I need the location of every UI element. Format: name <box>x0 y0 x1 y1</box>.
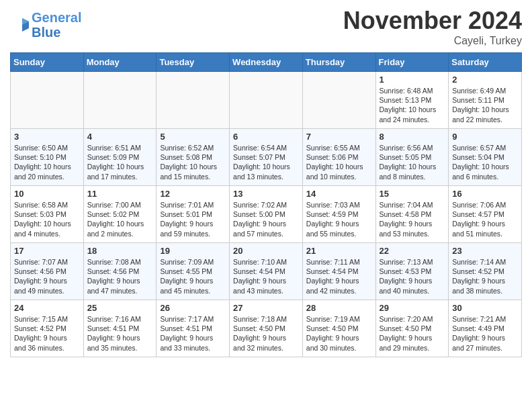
day-info: Sunrise: 7:07 AM Sunset: 4:56 PM Dayligh… <box>14 257 80 295</box>
calendar-title: November 2024 <box>343 7 522 35</box>
day-number: 20 <box>233 246 299 256</box>
day-number: 15 <box>380 189 445 199</box>
day-info: Sunrise: 7:04 AM Sunset: 4:58 PM Dayligh… <box>380 200 445 238</box>
day-number: 29 <box>380 303 445 313</box>
calendar-cell: 3Sunrise: 6:50 AM Sunset: 5:10 PM Daylig… <box>11 129 84 186</box>
day-number: 17 <box>14 246 80 256</box>
calendar-cell: 24Sunrise: 7:15 AM Sunset: 4:52 PM Dayli… <box>11 300 84 357</box>
day-number: 30 <box>452 303 518 313</box>
logo-line1: General <box>32 10 81 25</box>
day-number: 26 <box>160 303 226 313</box>
day-number: 19 <box>160 246 226 256</box>
day-number: 24 <box>14 303 80 313</box>
calendar-cell: 28Sunrise: 7:19 AM Sunset: 4:50 PM Dayli… <box>302 300 375 357</box>
calendar-cell: 4Sunrise: 6:51 AM Sunset: 5:09 PM Daylig… <box>83 129 157 186</box>
day-info: Sunrise: 7:11 AM Sunset: 4:54 PM Dayligh… <box>306 257 372 295</box>
day-number: 14 <box>306 189 372 199</box>
day-number: 7 <box>306 132 372 142</box>
day-info: Sunrise: 7:16 AM Sunset: 4:51 PM Dayligh… <box>87 314 153 353</box>
calendar-cell: 15Sunrise: 7:04 AM Sunset: 4:58 PM Dayli… <box>375 186 449 243</box>
day-info: Sunrise: 6:54 AM Sunset: 5:07 PM Dayligh… <box>233 143 299 181</box>
calendar-week-row: 1Sunrise: 6:48 AM Sunset: 5:13 PM Daylig… <box>11 72 522 129</box>
calendar-cell: 7Sunrise: 6:55 AM Sunset: 5:06 PM Daylig… <box>302 129 375 186</box>
weekday-header-wednesday: Wednesday <box>230 53 303 72</box>
day-info: Sunrise: 6:50 AM Sunset: 5:10 PM Dayligh… <box>14 143 80 181</box>
day-info: Sunrise: 6:51 AM Sunset: 5:09 PM Dayligh… <box>87 143 153 181</box>
weekday-header-tuesday: Tuesday <box>157 53 230 72</box>
calendar-week-row: 24Sunrise: 7:15 AM Sunset: 4:52 PM Dayli… <box>11 300 522 357</box>
day-info: Sunrise: 6:55 AM Sunset: 5:06 PM Dayligh… <box>306 143 372 181</box>
day-info: Sunrise: 6:56 AM Sunset: 5:05 PM Dayligh… <box>380 143 445 181</box>
calendar-cell: 2Sunrise: 6:49 AM Sunset: 5:11 PM Daylig… <box>449 72 522 129</box>
day-number: 10 <box>14 189 80 199</box>
calendar-week-row: 17Sunrise: 7:07 AM Sunset: 4:56 PM Dayli… <box>11 243 522 300</box>
day-info: Sunrise: 7:21 AM Sunset: 4:49 PM Dayligh… <box>452 314 518 353</box>
calendar-cell: 21Sunrise: 7:11 AM Sunset: 4:54 PM Dayli… <box>302 243 375 300</box>
day-info: Sunrise: 6:49 AM Sunset: 5:11 PM Dayligh… <box>452 86 518 124</box>
calendar-table: SundayMondayTuesdayWednesdayThursdayFrid… <box>10 52 522 357</box>
calendar-cell: 19Sunrise: 7:09 AM Sunset: 4:55 PM Dayli… <box>157 243 230 300</box>
calendar-cell: 1Sunrise: 6:48 AM Sunset: 5:13 PM Daylig… <box>375 72 449 129</box>
calendar-cell: 25Sunrise: 7:16 AM Sunset: 4:51 PM Dayli… <box>83 300 157 357</box>
calendar-cell: 10Sunrise: 6:58 AM Sunset: 5:03 PM Dayli… <box>11 186 84 243</box>
calendar-cell: 16Sunrise: 7:06 AM Sunset: 4:57 PM Dayli… <box>449 186 522 243</box>
day-info: Sunrise: 7:00 AM Sunset: 5:02 PM Dayligh… <box>87 200 153 238</box>
day-info: Sunrise: 6:52 AM Sunset: 5:08 PM Dayligh… <box>160 143 226 181</box>
day-info: Sunrise: 7:15 AM Sunset: 4:52 PM Dayligh… <box>14 314 80 353</box>
day-info: Sunrise: 7:18 AM Sunset: 4:50 PM Dayligh… <box>233 314 299 353</box>
header: General Blue November 2024 Cayeli, Turke… <box>10 7 522 47</box>
calendar-cell: 17Sunrise: 7:07 AM Sunset: 4:56 PM Dayli… <box>11 243 84 300</box>
day-info: Sunrise: 7:01 AM Sunset: 5:01 PM Dayligh… <box>160 200 226 238</box>
weekday-header-monday: Monday <box>83 53 157 72</box>
day-number: 13 <box>233 189 299 199</box>
calendar-cell: 11Sunrise: 7:00 AM Sunset: 5:02 PM Dayli… <box>83 186 157 243</box>
day-number: 12 <box>160 189 226 199</box>
calendar-cell: 13Sunrise: 7:02 AM Sunset: 5:00 PM Dayli… <box>230 186 303 243</box>
day-number: 4 <box>87 132 153 142</box>
day-number: 21 <box>306 246 372 256</box>
day-info: Sunrise: 7:19 AM Sunset: 4:50 PM Dayligh… <box>306 314 372 353</box>
calendar-cell: 30Sunrise: 7:21 AM Sunset: 4:49 PM Dayli… <box>449 300 522 357</box>
day-number: 18 <box>87 246 153 256</box>
day-info: Sunrise: 7:06 AM Sunset: 4:57 PM Dayligh… <box>452 200 518 238</box>
day-info: Sunrise: 6:58 AM Sunset: 5:03 PM Dayligh… <box>14 200 80 238</box>
day-number: 9 <box>452 132 518 142</box>
calendar-cell: 14Sunrise: 7:03 AM Sunset: 4:59 PM Dayli… <box>302 186 375 243</box>
calendar-cell <box>302 72 375 129</box>
weekday-header-sunday: Sunday <box>11 53 84 72</box>
calendar-week-row: 3Sunrise: 6:50 AM Sunset: 5:10 PM Daylig… <box>11 129 522 186</box>
day-info: Sunrise: 7:10 AM Sunset: 4:54 PM Dayligh… <box>233 257 299 295</box>
weekday-header-friday: Friday <box>375 53 449 72</box>
day-number: 3 <box>14 132 80 142</box>
day-number: 25 <box>87 303 153 313</box>
day-info: Sunrise: 7:03 AM Sunset: 4:59 PM Dayligh… <box>306 200 372 238</box>
logo-line2: Blue <box>32 25 60 40</box>
day-info: Sunrise: 7:17 AM Sunset: 4:51 PM Dayligh… <box>160 314 226 353</box>
day-number: 27 <box>233 303 299 313</box>
day-number: 8 <box>380 132 445 142</box>
weekday-header-row: SundayMondayTuesdayWednesdayThursdayFrid… <box>11 53 522 72</box>
day-info: Sunrise: 7:20 AM Sunset: 4:50 PM Dayligh… <box>380 314 445 353</box>
day-info: Sunrise: 6:48 AM Sunset: 5:13 PM Dayligh… <box>380 86 445 124</box>
calendar-cell <box>157 72 230 129</box>
calendar-cell: 9Sunrise: 6:57 AM Sunset: 5:04 PM Daylig… <box>449 129 522 186</box>
calendar-cell: 12Sunrise: 7:01 AM Sunset: 5:01 PM Dayli… <box>157 186 230 243</box>
day-number: 6 <box>233 132 299 142</box>
logo-icon <box>10 15 30 35</box>
calendar-cell <box>230 72 303 129</box>
calendar-cell: 20Sunrise: 7:10 AM Sunset: 4:54 PM Dayli… <box>230 243 303 300</box>
day-number: 11 <box>87 189 153 199</box>
calendar-cell <box>83 72 157 129</box>
day-info: Sunrise: 7:09 AM Sunset: 4:55 PM Dayligh… <box>160 257 226 295</box>
weekday-header-thursday: Thursday <box>302 53 375 72</box>
day-info: Sunrise: 6:57 AM Sunset: 5:04 PM Dayligh… <box>452 143 518 181</box>
day-number: 5 <box>160 132 226 142</box>
day-number: 16 <box>452 189 518 199</box>
day-number: 2 <box>452 75 518 85</box>
logo-text: General Blue <box>32 10 81 40</box>
calendar-cell: 8Sunrise: 6:56 AM Sunset: 5:05 PM Daylig… <box>375 129 449 186</box>
day-info: Sunrise: 7:02 AM Sunset: 5:00 PM Dayligh… <box>233 200 299 238</box>
calendar-cell: 29Sunrise: 7:20 AM Sunset: 4:50 PM Dayli… <box>375 300 449 357</box>
day-info: Sunrise: 7:08 AM Sunset: 4:56 PM Dayligh… <box>87 257 153 295</box>
day-info: Sunrise: 7:13 AM Sunset: 4:53 PM Dayligh… <box>380 257 445 295</box>
